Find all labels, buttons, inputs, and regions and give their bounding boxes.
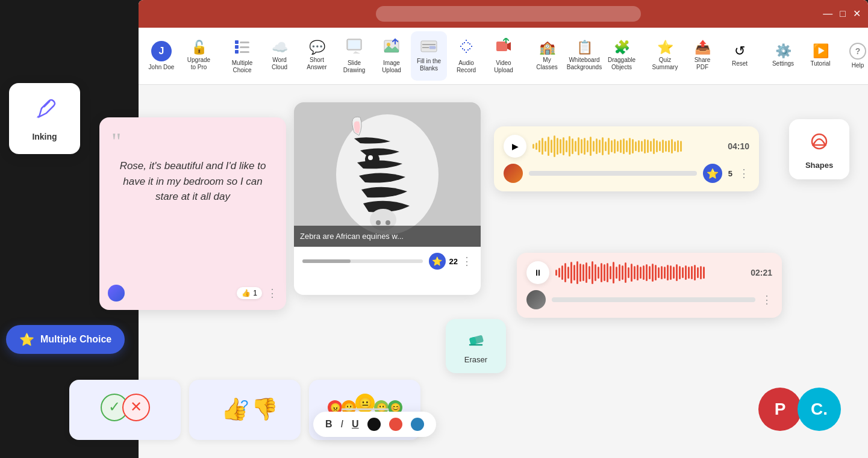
zebra-card: Zebra are African equines w... ⭐ 22 ⋮ [294,102,481,295]
toolbar-item-audio-record[interactable]: AudioRecord [448,31,484,81]
toolbar-item-upgrade[interactable]: 🔓 Upgradeto Pro [181,31,217,81]
quiz-summary-icon: ⭐ [657,41,673,54]
toolbar-item-slide-drawing[interactable]: SlideDrawing [336,31,372,81]
toolbar-item-video-upload[interactable]: VideoUpload [486,31,522,81]
inking-card[interactable]: Inking [9,83,80,154]
toolbar-item-help[interactable]: ? Help [840,31,868,81]
user-progress-bar [529,171,697,176]
toolbar-label-video-upload: VideoUpload [494,60,513,74]
toolbar-item-word-cloud[interactable]: ☁️ WordCloud [261,31,298,81]
svg-point-32 [368,155,373,160]
pause-button[interactable]: ⏸ [526,261,549,284]
toolbar-label-word-cloud: WordCloud [272,57,287,71]
svg-rect-2 [235,50,239,54]
toolbar-item-draggable[interactable]: 🧩 DraggableObjects [604,31,640,81]
minimize-button[interactable]: — [823,9,832,19]
svg-rect-0 [235,40,239,44]
toolbar-item-reset[interactable]: ↺ Reset [722,31,758,81]
toolbar-item-user[interactable]: J John Doe [143,31,180,81]
toolbar-item-my-classes[interactable]: 🏫 MyClasses [529,31,565,81]
zebra-star-badge: ⭐ [429,253,446,270]
underline-button[interactable]: U [352,419,359,430]
svg-text:😠: 😠 [329,403,340,413]
toolbar-label-share-pdf: SharePDF [695,57,711,71]
svg-rect-1 [235,45,239,49]
quote-more-button[interactable]: ⋮ [267,286,278,300]
mc-star-icon: ⭐ [19,332,34,347]
italic-button[interactable]: I [341,419,343,430]
image-upload-icon [383,38,400,57]
bold-button[interactable]: B [325,419,333,430]
quote-avatar [108,285,125,302]
play-button[interactable]: ▶ [504,135,526,158]
svg-text:Zebra are African equines w...: Zebra are African equines w... [300,232,404,241]
toolbar-item-settings[interactable]: ⚙️ Settings [765,31,801,81]
maximize-button[interactable]: □ [840,9,846,19]
shapes-icon [808,129,830,156]
toolbar-label-draggable: DraggableObjects [608,57,635,71]
like-icon: 👍 [242,289,251,297]
thumbs-icon: 👍?👎 [215,386,275,434]
title-bar: — □ ✕ [139,0,868,28]
short-answer-icon: 💬 [309,41,325,54]
audio-record-icon [458,38,475,57]
true-false-card[interactable]: ✓✕ [69,380,181,440]
zebra-progress-fill [302,259,351,263]
svg-text:😕: 😕 [343,403,354,413]
star-count-yellow: 5 [728,169,732,178]
svg-text:😐: 😐 [358,397,372,410]
audio-yellow-more[interactable]: ⋮ [738,167,749,180]
svg-text:✕: ✕ [130,398,142,415]
waveform-yellow [532,135,718,157]
color-black[interactable] [367,418,381,431]
eraser-card[interactable]: Eraser [446,319,506,373]
toolbar: J John Doe 🔓 Upgradeto Pro MultipleChoic… [139,28,868,85]
toolbar-label-settings: Settings [772,60,794,67]
audio-card-pink: ⏸ 02:21 ⋮ [517,253,782,318]
quote-footer: 👍 1 ⋮ [108,285,278,302]
eraser-icon [466,328,486,351]
zebra-footer: ⭐ 22 ⋮ [294,247,481,276]
audio-card-yellow: ▶ 04:10 ⭐ 5 ⋮ [494,126,759,191]
zebra-stars: 22 [449,257,458,266]
zebra-more-button[interactable]: ⋮ [461,255,472,268]
svg-text:🙂: 🙂 [376,403,387,413]
toolbar-label-upgrade: Upgradeto Pro [187,57,210,71]
toolbar-item-share-pdf[interactable]: 📤 SharePDF [684,31,720,81]
svg-point-34 [376,220,381,225]
color-blue[interactable] [411,418,424,431]
thumbs-card[interactable]: 👍?👎 [189,380,301,440]
toolbar-item-whiteboard[interactable]: 📋 WhiteboardBackgrounds [566,31,602,81]
like-badge[interactable]: 👍 1 [237,287,262,299]
quote-card: " Rose, it's beautiful and I'd like to h… [99,117,286,310]
multiple-choice-button[interactable]: ⭐ Multiple Choice [6,325,125,354]
draggable-icon: 🧩 [614,41,630,54]
close-button[interactable]: ✕ [853,9,861,19]
toolbar-item-quiz-summary[interactable]: ⭐ QuizSummary [647,31,683,81]
svg-rect-5 [240,51,249,53]
toolbar-label-short-answer: ShortAnswer [307,57,326,71]
audio-pink-user-row: ⋮ [526,290,772,309]
color-red[interactable] [389,418,402,431]
video-upload-icon [495,38,512,57]
toolbar-item-multiple-choice[interactable]: MultipleChoice [224,31,260,81]
powerpoint-logo: P [758,388,802,431]
audio-yellow-user-row: ⭐ 5 ⋮ [504,164,749,183]
toolbar-label-my-classes: MyClasses [536,57,558,71]
toolbar-item-tutorial[interactable]: ▶️ Tutorial [802,31,838,81]
toolbar-item-image-upload[interactable]: ImageUpload [373,31,410,81]
title-bar-input [376,6,641,22]
audio-pink-time: 02:21 [751,268,772,277]
shapes-card[interactable]: Shapes [789,119,849,179]
svg-text:👎: 👎 [251,396,275,422]
fill-blanks-icon [420,40,437,55]
zebra-image: Zebra are African equines w... [294,102,481,247]
settings-icon: ⚙️ [775,45,792,58]
toolbar-item-fill-blanks[interactable]: Fill in theBlanks [411,31,447,81]
toolbar-label-audio-record: AudioRecord [457,60,476,74]
window-controls: — □ ✕ [823,9,861,19]
toolbar-item-short-answer[interactable]: 💬 ShortAnswer [299,31,335,81]
audio-pink-more[interactable]: ⋮ [761,293,772,306]
inking-label: Inking [32,132,57,141]
user-pink-progress [552,297,755,302]
